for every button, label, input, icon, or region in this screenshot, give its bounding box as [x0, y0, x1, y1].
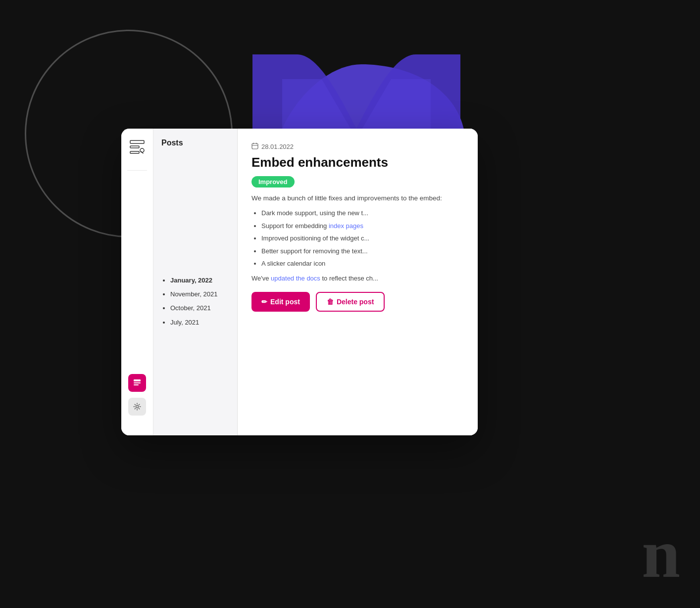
post-item-4: A slicker calendar icon: [261, 259, 464, 269]
sidebar: [121, 129, 153, 435]
sidebar-item-settings[interactable]: [128, 398, 146, 416]
post-item-1: Support for embedding index pages: [261, 221, 464, 231]
post-actions: ✏ Edit post 🗑 Delete post: [251, 292, 464, 312]
calendar-icon: [251, 142, 258, 151]
pencil-icon: ✏: [261, 298, 267, 306]
svg-rect-8: [252, 143, 258, 149]
svg-point-7: [136, 406, 139, 408]
trash-icon: 🗑: [327, 298, 334, 306]
post-item-2: Improved positioning of the widget c...: [261, 234, 464, 243]
month-item-jul2021[interactable]: July, 2021: [170, 318, 229, 327]
bg-letter-n: n: [642, 514, 680, 593]
post-date-text: 28.01.2022: [261, 143, 294, 150]
index-pages-link[interactable]: index pages: [329, 222, 363, 230]
posts-panel: Posts January, 2022 November, 2021 Octob…: [153, 129, 238, 435]
post-item-3: Better support for removing the text...: [261, 246, 464, 256]
sidebar-item-posts[interactable]: [128, 374, 146, 392]
post-date: 28.01.2022: [251, 142, 464, 151]
sidebar-logo: [128, 139, 146, 156]
svg-rect-0: [130, 140, 144, 143]
edit-post-label: Edit post: [270, 298, 300, 306]
svg-rect-2: [130, 151, 139, 153]
svg-rect-4: [134, 379, 141, 381]
post-items-list: Dark mode support, using the new t... Su…: [251, 208, 464, 269]
delete-post-label: Delete post: [337, 298, 374, 306]
posts-months-list: January, 2022 November, 2021 October, 20…: [161, 276, 229, 327]
sidebar-divider-top: [127, 170, 147, 171]
month-item-nov2021[interactable]: November, 2021: [170, 290, 229, 299]
app-window: Posts January, 2022 November, 2021 Octob…: [121, 129, 478, 435]
post-summary: We made a bunch of little fixes and impr…: [251, 193, 464, 203]
month-item-jan2022[interactable]: January, 2022: [170, 276, 229, 285]
post-badge: Improved: [251, 176, 295, 187]
post-footer: We've updated the docs to reflect these …: [251, 275, 464, 282]
svg-rect-5: [134, 382, 141, 383]
post-title: Embed enhancements: [251, 155, 464, 170]
svg-rect-1: [130, 146, 139, 148]
svg-point-3: [140, 148, 144, 152]
post-detail: 28.01.2022 Embed enhancements Improved W…: [238, 129, 478, 435]
sidebar-nav: [128, 181, 146, 425]
posts-panel-title: Posts: [161, 139, 229, 147]
month-item-oct2021[interactable]: October, 2021: [170, 304, 229, 313]
edit-post-button[interactable]: ✏ Edit post: [251, 292, 310, 312]
delete-post-button[interactable]: 🗑 Delete post: [316, 292, 385, 312]
svg-rect-6: [134, 384, 139, 385]
updated-docs-link[interactable]: updated the docs: [271, 275, 320, 282]
main-content: Posts January, 2022 November, 2021 Octob…: [153, 129, 478, 435]
post-item-0: Dark mode support, using the new t...: [261, 208, 464, 218]
